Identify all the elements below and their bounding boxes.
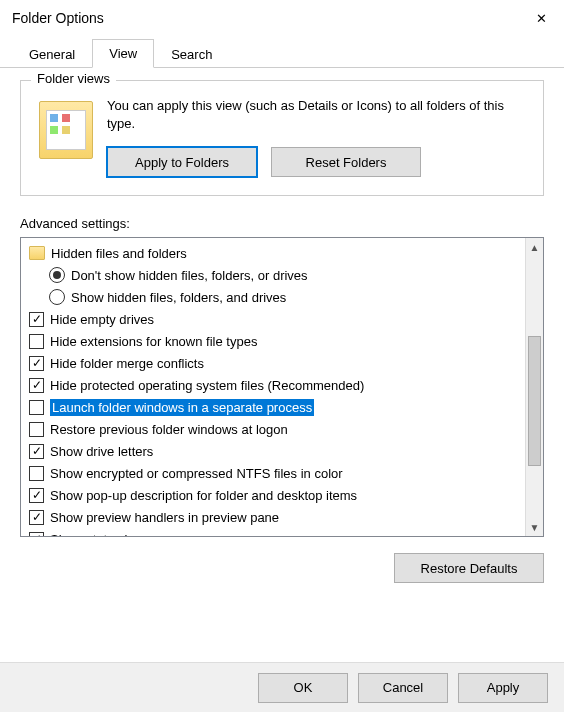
list-item[interactable]: Show hidden files, folders, and drives	[23, 286, 523, 308]
list-item[interactable]: Hide extensions for known file types	[23, 330, 523, 352]
list-item[interactable]: Show drive letters	[23, 440, 523, 462]
checkbox[interactable]	[29, 400, 44, 415]
radio[interactable]	[49, 267, 65, 283]
list-item-label: Hide protected operating system files (R…	[50, 378, 364, 393]
list-item-label: Hide extensions for known file types	[50, 334, 257, 349]
cancel-button[interactable]: Cancel	[358, 673, 448, 703]
scroll-track[interactable]	[526, 256, 543, 518]
window-title: Folder Options	[12, 10, 104, 26]
list-item[interactable]: Launch folder windows in a separate proc…	[23, 396, 523, 418]
folder-views-text: You can apply this view (such as Details…	[107, 97, 525, 133]
tab-general[interactable]: General	[12, 40, 92, 68]
checkbox[interactable]	[29, 488, 44, 503]
list-item-label: Show encrypted or compressed NTFS files …	[50, 466, 343, 481]
list-item[interactable]: Don't show hidden files, folders, or dri…	[23, 264, 523, 286]
close-icon: ✕	[536, 11, 547, 26]
list-item[interactable]: Show status bar	[23, 528, 523, 536]
list-item-label: Hide folder merge conflicts	[50, 356, 204, 371]
ok-button[interactable]: OK	[258, 673, 348, 703]
list-item-label: Launch folder windows in a separate proc…	[50, 399, 314, 416]
folder-views-title: Folder views	[31, 71, 116, 86]
checkbox[interactable]	[29, 444, 44, 459]
scroll-up-icon[interactable]: ▲	[526, 238, 543, 256]
folder-icon	[39, 101, 93, 159]
list-item-label: Restore previous folder windows at logon	[50, 422, 288, 437]
list-item[interactable]: Hide protected operating system files (R…	[23, 374, 523, 396]
checkbox[interactable]	[29, 378, 44, 393]
radio[interactable]	[49, 289, 65, 305]
apply-to-folders-button[interactable]: Apply to Folders	[107, 147, 257, 177]
scroll-down-icon[interactable]: ▼	[526, 518, 543, 536]
tab-strip: General View Search	[0, 36, 564, 68]
checkbox[interactable]	[29, 422, 44, 437]
list-item[interactable]: Restore previous folder windows at logon	[23, 418, 523, 440]
list-item[interactable]: Hidden files and folders	[23, 242, 523, 264]
list-item-label: Hide empty drives	[50, 312, 154, 327]
list-item[interactable]: Hide folder merge conflicts	[23, 352, 523, 374]
checkbox[interactable]	[29, 510, 44, 525]
list-item-label: Show hidden files, folders, and drives	[71, 290, 286, 305]
dialog-footer: OK Cancel Apply	[0, 662, 564, 712]
reset-folders-button[interactable]: Reset Folders	[271, 147, 421, 177]
advanced-settings-list: Hidden files and foldersDon't show hidde…	[20, 237, 544, 537]
folder-views-group: Folder views You can apply this view (su…	[20, 80, 544, 196]
list-item[interactable]: Hide empty drives	[23, 308, 523, 330]
list-item-label: Show pop-up description for folder and d…	[50, 488, 357, 503]
tab-view[interactable]: View	[92, 39, 154, 68]
close-button[interactable]: ✕	[518, 2, 564, 34]
checkbox[interactable]	[29, 532, 44, 537]
list-item-label: Don't show hidden files, folders, or dri…	[71, 268, 308, 283]
list-item-label: Show drive letters	[50, 444, 153, 459]
checkbox[interactable]	[29, 334, 44, 349]
scroll-thumb[interactable]	[528, 336, 541, 466]
advanced-settings-label: Advanced settings:	[20, 216, 544, 231]
checkbox[interactable]	[29, 356, 44, 371]
list-item[interactable]: Show preview handlers in preview pane	[23, 506, 523, 528]
list-item-label: Show status bar	[50, 532, 143, 537]
list-item[interactable]: Show pop-up description for folder and d…	[23, 484, 523, 506]
restore-defaults-button[interactable]: Restore Defaults	[394, 553, 544, 583]
list-item-label: Show preview handlers in preview pane	[50, 510, 279, 525]
scrollbar[interactable]: ▲ ▼	[525, 238, 543, 536]
folder-icon	[29, 246, 45, 260]
checkbox[interactable]	[29, 466, 44, 481]
apply-button[interactable]: Apply	[458, 673, 548, 703]
list-item[interactable]: Show encrypted or compressed NTFS files …	[23, 462, 523, 484]
checkbox[interactable]	[29, 312, 44, 327]
tab-search[interactable]: Search	[154, 40, 229, 68]
list-item-label: Hidden files and folders	[51, 246, 187, 261]
